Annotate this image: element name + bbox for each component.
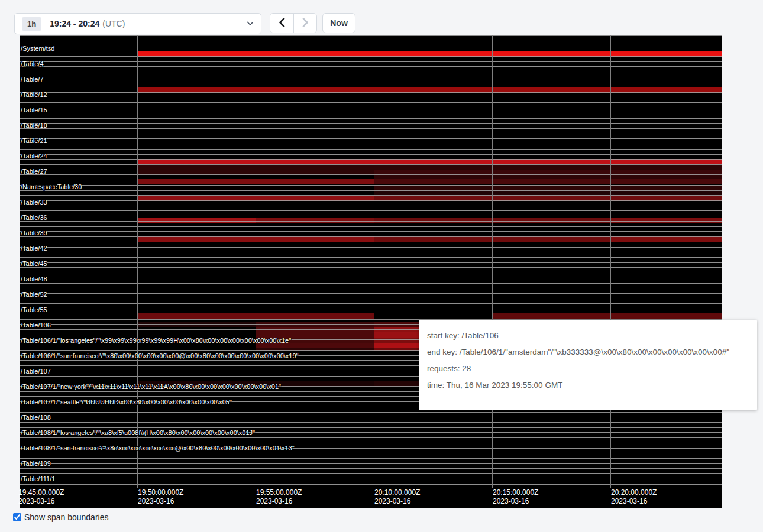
heatmap-band [374, 175, 722, 179]
heatmap-band [137, 218, 256, 223]
time-gridline [492, 35, 493, 488]
now-button[interactable]: Now [322, 13, 355, 33]
row-label: /Table/12 [21, 91, 47, 98]
row-label: /Table/106/1/"los angeles"/"\x99\x99\x99… [21, 337, 291, 344]
time-gridline [374, 35, 374, 488]
heatmap-band [137, 87, 722, 93]
heatmap-band [137, 164, 722, 170]
heatmap-band [137, 322, 256, 327]
tooltip-end-key: end key: /Table/106/1/"amsterdam"/"\xb33… [427, 348, 749, 356]
key-visualizer-canvas[interactable]: /System/tsd/Table/4/Table/7/Table/12/Tab… [20, 35, 722, 508]
row-label: /Table/15 [21, 106, 47, 113]
prev-time-button[interactable] [270, 14, 293, 33]
time-range-label: 19:24 - 20:24 [50, 19, 99, 28]
row-label: /Table/109 [21, 460, 51, 467]
heatmap-band [256, 348, 374, 351]
next-time-button[interactable] [293, 14, 316, 33]
row-label: /Table/108 [21, 414, 51, 421]
row-label: /Table/18 [21, 122, 47, 129]
span-tooltip: start key: /Table/106 end key: /Table/10… [419, 320, 757, 410]
row-label: /Table/107/1/"seattle"/"UUUUUUD\x00\x80\… [21, 398, 232, 406]
row-label: /Table/107/1/"new york"/"\x11\x11\x11\x1… [21, 383, 281, 390]
show-span-boundaries-checkbox[interactable] [13, 513, 21, 521]
row-label: /Table/42 [21, 245, 47, 252]
heatmap-plot: /System/tsd/Table/4/Table/7/Table/12/Tab… [20, 35, 722, 488]
x-axis-label: 19:50:00.000Z2023-03-16 [138, 488, 183, 506]
row-label: /Table/45 [21, 260, 47, 267]
row-label: /Table/21 [21, 137, 47, 144]
row-label: /Table/36 [21, 214, 47, 221]
row-label: /Table/48 [21, 275, 47, 283]
row-label: /Table/106/1/"san francisco"/"\x80\x00\x… [21, 352, 299, 359]
heatmap-band [610, 218, 722, 223]
chevron-right-icon [302, 18, 309, 29]
heatmap-band [492, 313, 722, 319]
row-label: /Table/7 [21, 76, 44, 83]
row-label: /Table/106 [21, 322, 51, 329]
heatmap-band [137, 159, 722, 164]
heatmap-band [256, 322, 374, 327]
tooltip-time: time: Thu, 16 Mar 2023 19:55:00 GMT [427, 381, 749, 390]
row-label: /NamespaceTable/30 [21, 183, 82, 190]
heatmap-band [374, 190, 722, 196]
row-label: /Table/4 [21, 60, 44, 67]
x-axis-label: 20:15:00.000Z2023-03-16 [493, 488, 538, 506]
time-preset-badge: 1h [22, 17, 41, 31]
heatmap-band [374, 196, 722, 201]
row-label: /Table/111/1 [21, 475, 55, 482]
row-label: /Table/39 [21, 229, 47, 236]
heatmap-band [374, 179, 722, 184]
heatmap-band [137, 51, 722, 57]
row-label: /Table/107 [21, 368, 51, 375]
x-axis-label: 19:45:00.000Z2023-03-16 [18, 488, 64, 506]
x-axis-label: 20:10:00.000Z2023-03-16 [374, 488, 420, 506]
row-label: /Table/55 [21, 306, 47, 313]
row-label: /Table/33 [21, 199, 47, 206]
tooltip-start-key: start key: /Table/106 [427, 331, 749, 340]
heatmap-band [610, 236, 722, 242]
tooltip-requests: requests: 28 [427, 364, 749, 373]
time-gridline [137, 35, 138, 488]
time-gridline [256, 35, 256, 488]
x-axis-label: 19:55:00.000Z2023-03-16 [256, 488, 302, 506]
heatmap-band [256, 327, 374, 332]
span-boundary-lines [20, 35, 722, 488]
chevron-left-icon [279, 18, 285, 29]
time-gridline [610, 35, 611, 488]
row-label: /Table/108/1/"los angeles"/"\xa8\xf5\u00… [21, 429, 255, 436]
heatmap-band [374, 170, 722, 175]
show-span-boundaries-label: Show span boundaries [24, 512, 108, 522]
row-label: /Table/52 [21, 291, 47, 298]
row-label: /Table/24 [21, 153, 47, 160]
heatmap-band [374, 185, 722, 190]
toolbar: 1h 19:24 - 20:24 (UTC) Now [0, 0, 763, 35]
row-label: /Table/108/1/"san francisco"/"\x8c\xcc\x… [21, 445, 295, 452]
chevron-down-icon [247, 21, 254, 26]
row-label: /System/tsd [21, 45, 54, 52]
heatmap-band [256, 218, 374, 223]
footer: Show span boundaries [13, 512, 108, 522]
row-label: /Table/27 [21, 168, 47, 175]
time-range-select[interactable]: 1h 19:24 - 20:24 (UTC) [14, 13, 261, 34]
timezone-label: (UTC) [102, 19, 125, 28]
x-axis-label: 20:20:00.000Z2023-03-16 [611, 488, 657, 506]
time-nav-group [270, 13, 317, 33]
